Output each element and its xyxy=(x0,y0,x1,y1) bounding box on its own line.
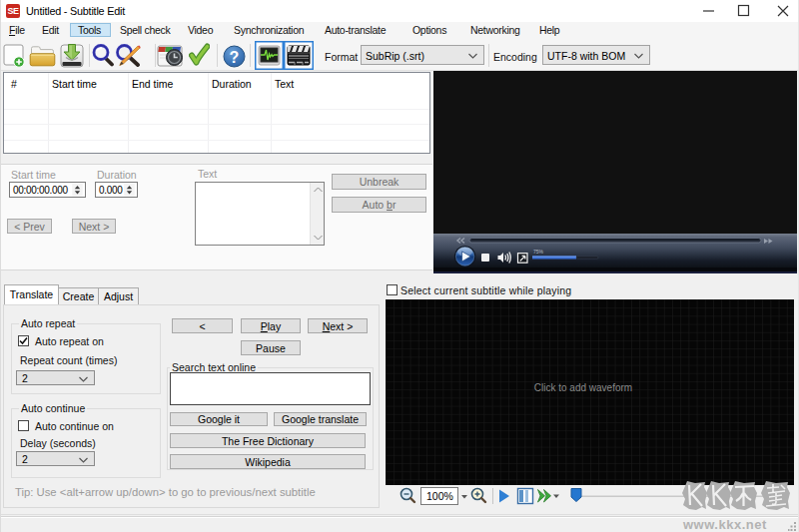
svg-text:100%: 100% xyxy=(426,490,453,502)
svg-text:75%: 75% xyxy=(533,249,544,255)
svg-text:Click to add waveform: Click to add waveform xyxy=(534,382,632,393)
svg-text:?: ? xyxy=(230,49,240,66)
